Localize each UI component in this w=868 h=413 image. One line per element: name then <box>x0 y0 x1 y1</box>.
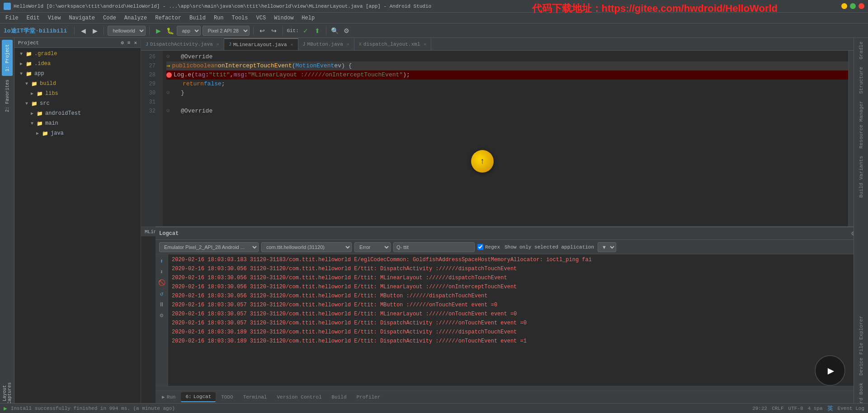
tree-item-main[interactable]: ▼ 📁 main <box>14 118 141 128</box>
tree-item-src[interactable]: ▼ 📁 src <box>14 99 141 108</box>
toolbar-sep-4 <box>253 27 254 35</box>
log-line-8[interactable]: 2020-02-16 18:03:30.189 31120-31120/com.… <box>168 328 863 337</box>
maximize-button[interactable] <box>850 3 856 9</box>
menu-item-refactor[interactable]: Refactor <box>151 14 185 22</box>
tree-item-libs[interactable]: ▶ 📁 libs <box>14 89 141 99</box>
editor-vscrollbar[interactable] <box>848 51 854 226</box>
logcat-level-dropdown[interactable]: Error <box>354 242 391 252</box>
git-push-button[interactable]: ⬆ <box>312 26 322 36</box>
log-line-7[interactable]: 2020-02-16 18:03:30.057 31120-31120/com.… <box>168 319 863 328</box>
log-line-5[interactable]: 2020-02-16 18:03:30.057 31120-31120/com.… <box>168 300 863 310</box>
menu-item-tools[interactable]: Tools <box>228 14 252 22</box>
bottom-tab-logcat[interactable]: 6:Logcat <box>181 392 216 402</box>
right-panel-build-variants[interactable]: Build Variants <box>857 152 866 201</box>
sidebar-icon-favorites[interactable]: 2: Favorites <box>2 78 13 114</box>
menu-item-edit[interactable]: Edit <box>23 14 43 22</box>
menu-item-help[interactable]: Help <box>298 14 318 22</box>
tab-close-dispatch[interactable]: ✕ <box>217 42 219 47</box>
close-button[interactable] <box>859 3 864 9</box>
logcat-restart-icon[interactable]: ↺ <box>157 289 167 299</box>
tree-item-java[interactable]: ▶ 📁 java <box>14 128 141 138</box>
show-selected-dropdown[interactable]: ▼ <box>598 242 616 252</box>
logcat-pause-icon[interactable]: ⏸ <box>157 300 167 310</box>
tab-close-mlinearlayout[interactable]: ✕ <box>291 42 293 47</box>
log-line-6[interactable]: 2020-02-16 18:03:30.057 31120-31120/com.… <box>168 310 863 319</box>
status-event-log[interactable]: Event Log <box>838 406 864 411</box>
logcat-device-dropdown[interactable]: Emulator Pixel_2_API_28 Android ... <box>159 242 259 252</box>
bottom-tab-terminal[interactable]: Terminal <box>239 392 272 402</box>
undo-button[interactable]: ↩ <box>257 26 267 36</box>
search-button[interactable]: 🔍 <box>330 26 340 36</box>
project-settings-icon[interactable]: ≡ <box>127 40 131 46</box>
redo-button[interactable]: ↪ <box>269 26 279 36</box>
menu-item-window[interactable]: Window <box>270 14 297 22</box>
regex-checkbox[interactable]: Regex <box>477 244 500 250</box>
menu-item-view[interactable]: View <box>44 14 65 22</box>
tab-dispatch-layout[interactable]: X dispatch_layout.xml ✕ <box>354 38 431 50</box>
project-close-icon[interactable]: ✕ <box>134 40 137 46</box>
bottom-tab-build[interactable]: Build <box>327 392 351 402</box>
logcat-package-dropdown[interactable]: com.ttit.helloworld (31120) <box>261 242 352 252</box>
log-line-2[interactable]: 2020-02-16 18:03:30.056 31120-31120/com.… <box>168 273 863 282</box>
device-dropdown[interactable]: Pixel 2 API 28 <box>203 26 250 36</box>
log-line-0[interactable]: 2020-02-16 18:03:03.183 31120-31183/com.… <box>168 255 863 264</box>
right-panel-structure[interactable]: Structure <box>857 63 866 97</box>
back-button[interactable]: ◀ <box>78 26 88 36</box>
menu-item-navigate[interactable]: Navigate <box>65 14 99 22</box>
logcat-search-input[interactable] <box>393 242 475 252</box>
tab-mbutton[interactable]: J MButton.java ✕ <box>298 38 354 50</box>
status-run-icon: ▶ <box>4 405 7 412</box>
menu-item-vcs[interactable]: VCS <box>253 14 270 22</box>
code-line-29: return false; <box>166 80 848 89</box>
logcat-settings-icon2[interactable]: ⚙ <box>157 310 167 320</box>
minimize-button[interactable] <box>841 3 847 9</box>
menu-item-file[interactable]: File <box>2 14 22 22</box>
logcat-log[interactable]: 2020-02-16 18:03:03.183 31120-31183/com.… <box>168 254 863 386</box>
run-button[interactable]: ▶ <box>153 26 163 36</box>
project-gear-icon[interactable]: ⚙ <box>121 40 124 46</box>
log-line-3[interactable]: 2020-02-16 18:03:30.056 31120-31120/com.… <box>168 282 863 291</box>
tree-item-app[interactable]: ▼ 📁 app <box>14 69 141 79</box>
log-line-4[interactable]: 2020-02-16 18:03:30.056 31120-31120/com.… <box>168 291 863 300</box>
tab-close-dispatch-layout[interactable]: ✕ <box>424 42 426 47</box>
git-commit-button[interactable]: ✓ <box>301 26 311 36</box>
status-cursor: 29:22 <box>752 406 767 411</box>
logcat-scroll-bottom-icon[interactable]: ⬇ <box>157 267 167 277</box>
right-panel-device-file-explorer[interactable]: Device File Explorer <box>857 312 866 379</box>
menu-item-build[interactable]: Build <box>186 14 209 22</box>
bottom-tab-todo[interactable]: TODO <box>217 392 237 402</box>
tab-close-mbutton[interactable]: ✕ <box>347 42 349 47</box>
logcat-scroll-top-icon[interactable]: ⬆ <box>157 256 167 266</box>
code-line-32: ⊙ @Override <box>166 107 848 116</box>
tab-dispatch-activity[interactable]: J DispatchActivity.java ✕ <box>141 38 224 50</box>
video-overlay-button[interactable]: ▶ <box>815 355 845 386</box>
debug-button[interactable]: 🐛 <box>165 26 175 36</box>
logcat-hscrollbar[interactable] <box>156 386 868 390</box>
right-panel-resource-manager[interactable]: Resource Manager <box>857 97 866 152</box>
tree-item-idea[interactable]: ▶ 📁 .idea <box>14 59 141 69</box>
menu-item-run[interactable]: Run <box>210 14 227 22</box>
log-line-1[interactable]: 2020-02-16 18:03:30.056 31120-31120/com.… <box>168 264 863 273</box>
tree-item-androidTest[interactable]: ▶ 📁 androidTest <box>14 108 141 118</box>
settings-button[interactable]: ⚙ <box>342 26 352 36</box>
menu-item-code[interactable]: Code <box>99 14 120 22</box>
bottom-tab-profiler[interactable]: Profiler <box>352 392 385 402</box>
show-selected-label: Show only selected application <box>505 244 594 250</box>
menu-item-analyze[interactable]: Analyze <box>121 14 151 22</box>
tree-item-gradle[interactable]: ▼ 📁 .gradle <box>14 49 141 59</box>
sidebar-icon-project[interactable]: 1: Project <box>2 40 13 76</box>
tree-item-build[interactable]: ▼ 📁 build <box>14 79 141 89</box>
run-config-dropdown[interactable]: app <box>177 26 201 36</box>
bottom-tab-run[interactable]: ▶Run <box>157 392 180 402</box>
bottom-tab-version-control[interactable]: Version Control <box>272 392 326 402</box>
log-line-9[interactable]: 2020-02-16 18:03:30.189 31120-31120/com.… <box>168 337 863 346</box>
right-panel-gradle[interactable]: Gradle <box>857 38 866 63</box>
code-editor[interactable]: 26 27 28 29 30 31 32 ⊙ @Override ⇒ publi… <box>141 51 854 226</box>
forward-button[interactable]: ▶ <box>90 26 100 36</box>
tab-mlinearlayout[interactable]: J MLinearLayout.java ✕ <box>224 38 298 50</box>
regex-checkbox-input[interactable] <box>477 244 483 250</box>
floating-circle-button[interactable]: ↑ <box>471 150 494 173</box>
project-dropdown[interactable]: helloworld <box>108 26 146 36</box>
logcat-clear-icon[interactable]: 🚫 <box>157 278 167 288</box>
bottom-tabs: ▶Run6:LogcatTODOTerminalVersion ControlB… <box>156 390 868 403</box>
